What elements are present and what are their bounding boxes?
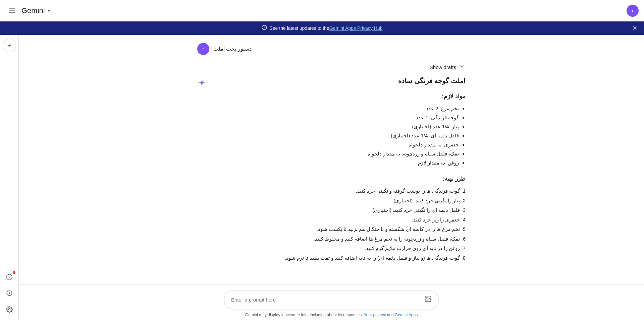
list-item: 3. فلفل دلمه ای را نگینی خرد کنید. (اختی…	[215, 205, 466, 215]
user-message-avatar: r	[197, 43, 209, 55]
show-drafts-button[interactable]: Show drafts	[197, 63, 466, 71]
svg-rect-0	[9, 8, 15, 9]
list-item: 4. جعفری را ریز خرد کنید.	[215, 215, 466, 225]
list-item: 5. تخم مرغ ها را در کاسه ای شکسته و با چ…	[215, 225, 466, 234]
sidebar: + ?	[0, 35, 19, 320]
list-item: نمک، فلفل سیاه و زردچوبه: به مقدار دلخوا…	[215, 149, 459, 158]
list-item: تخم مرغ: 2 عدد	[215, 104, 459, 113]
upload-image-icon[interactable]	[424, 295, 432, 304]
banner-text: See the latest updates to the	[270, 25, 329, 31]
ingredients-title: مواد لازم:	[215, 93, 466, 100]
help-button[interactable]: ?	[3, 270, 16, 284]
list-item: گوجه فرندگی: 1 عدد	[215, 113, 459, 122]
close-icon[interactable]: ✕	[632, 24, 637, 32]
chevron-down-icon	[459, 63, 466, 71]
banner-link[interactable]: Gemini Apps Privacy Hub	[329, 25, 383, 31]
gemini-icon	[197, 77, 209, 87]
user-message: دستور پخت املت r	[197, 43, 466, 55]
ai-response: املت گوجه فرنگی ساده مواد لازم: تخم مرغ:…	[197, 77, 466, 263]
topbar: Gemini ▾ r	[0, 0, 644, 21]
list-item: 7. روغن را در تابه ای روی حرارت ملایم گر…	[215, 244, 466, 253]
chat-container: دستور پخت املت r Show drafts	[19, 35, 644, 284]
sidebar-bottom: ?	[3, 270, 16, 316]
svg-rect-1	[9, 10, 15, 11]
user-avatar[interactable]: r	[627, 5, 639, 17]
privacy-link[interactable]: Your privacy and Gemini Apps	[364, 313, 418, 317]
list-item: 1. گوجه فرندگی ها را پوست گرفته و نگینی …	[215, 186, 466, 196]
disclaimer: Gemini may display inaccurate info, incl…	[245, 313, 418, 317]
list-item: 6. نمک، فلفل سیاه و زردچوبه را به تخم مر…	[215, 234, 466, 244]
main-layout: + ?	[0, 35, 644, 320]
bottom-input-area: Gemini may display inaccurate info, incl…	[19, 284, 644, 320]
ai-content: املت گوجه فرنگی ساده مواد لازم: تخم مرغ:…	[215, 77, 466, 263]
recipe-title: املت گوجه فرنگی ساده	[215, 77, 466, 85]
svg-point-13	[426, 297, 427, 298]
content-area: دستور پخت املت r Show drafts	[19, 35, 644, 320]
banner-icon	[262, 25, 267, 31]
list-item: روغن: به مقدار لازم	[215, 158, 459, 167]
settings-button[interactable]	[3, 303, 16, 316]
notification-banner: See the latest updates to the Gemini App…	[0, 21, 644, 35]
chat-inner: دستور پخت املت r Show drafts	[197, 43, 466, 263]
user-message-text: دستور پخت املت	[213, 43, 252, 55]
list-item: 8. گوجه فرندگی ها (و پیاز و فلفل دلمه ای…	[215, 253, 466, 263]
menu-icon[interactable]	[5, 4, 19, 17]
prompt-input[interactable]	[231, 297, 424, 303]
ingredients-list: تخم مرغ: 2 عدد گوجه فرندگی: 1 عدد پیاز: …	[215, 104, 466, 167]
list-item: پیاز: 1/4 عدد (اختیاری)	[215, 122, 459, 131]
svg-rect-2	[9, 12, 15, 13]
svg-point-11	[203, 80, 204, 81]
show-drafts-label: Show drafts	[430, 64, 456, 70]
logo-chevron: ▾	[48, 7, 50, 14]
svg-point-10	[8, 309, 10, 310]
list-item: فلفل دلمه ای: 1/4 عدد (اختیاری)	[215, 131, 459, 140]
steps-list: 1. گوجه فرندگی ها را پوست گرفته و نگینی …	[215, 186, 466, 263]
history-button[interactable]	[3, 286, 16, 300]
svg-text:?: ?	[8, 275, 10, 279]
logo-text: Gemini	[21, 6, 45, 15]
list-item: 2. پیاز را نگینی خرد کنید. (اختیاری)	[215, 196, 466, 206]
new-chat-button[interactable]: +	[3, 39, 16, 52]
steps-title: طرز تهیه:	[215, 175, 466, 182]
app-logo[interactable]: Gemini ▾	[21, 6, 50, 15]
disclaimer-text: Gemini may display inaccurate info, incl…	[245, 313, 364, 317]
prompt-input-wrapper	[224, 290, 439, 309]
list-item: جعفری: به مقدار دلخواه	[215, 140, 459, 149]
